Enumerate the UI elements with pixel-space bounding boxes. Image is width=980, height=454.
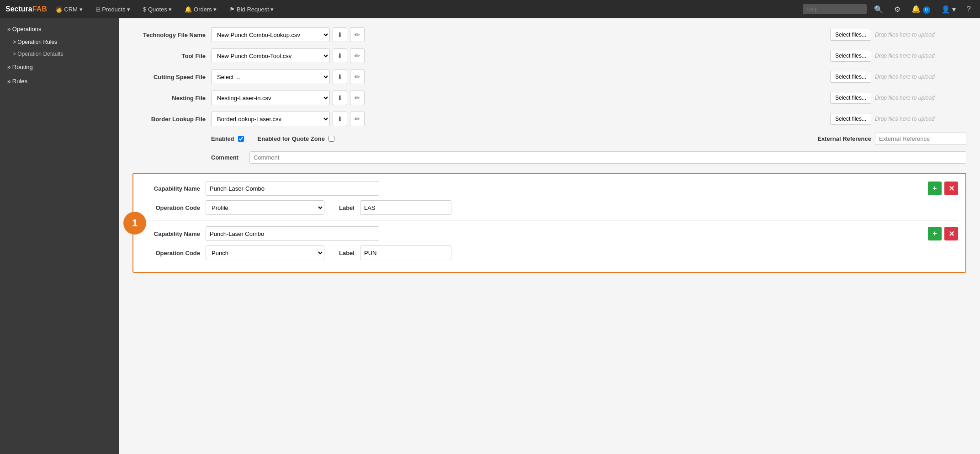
technology-file-upload: Select files... Drop files here to uploa… [830, 29, 966, 41]
cutting-speed-download-btn[interactable]: ⬇ [333, 69, 347, 84]
border-lookup-download-btn[interactable]: ⬇ [333, 112, 347, 126]
nesting-file-drop-zone: Drop files here to upload [875, 95, 966, 101]
technology-file-download-btn[interactable]: ⬇ [333, 27, 347, 42]
cap-2-name-input[interactable] [206, 226, 379, 241]
border-lookup-label: Border Lookup File [132, 116, 206, 123]
cap-1-label-text: Label [339, 204, 355, 211]
settings-icon[interactable]: ⚙ [890, 5, 904, 14]
operations-label: » Operations [7, 26, 41, 32]
main-content: Technology File Name New Punch Combo-Loo… [119, 18, 980, 454]
tool-file-select-files-btn[interactable]: Select files... [830, 50, 871, 62]
tool-file-download-btn[interactable]: ⬇ [333, 48, 347, 63]
external-reference-label: External Reference [817, 135, 871, 142]
cap-1-actions: + ✕ [928, 182, 958, 195]
orders-menu[interactable]: 🔔 Orders ▾ [180, 0, 221, 18]
help-search-input[interactable] [803, 4, 867, 14]
enabled-checkbox[interactable] [238, 136, 244, 142]
brand-fab-logo: FAB [32, 5, 47, 13]
nesting-file-edit-btn[interactable]: ✏ [350, 91, 365, 105]
cap-divider [141, 220, 958, 221]
cutting-speed-upload: Select files... Drop files here to uploa… [830, 71, 966, 83]
cutting-speed-edit-btn[interactable]: ✏ [350, 69, 365, 84]
nesting-file-upload: Select files... Drop files here to uploa… [830, 92, 966, 104]
cap-1-code-select[interactable]: Profile Punch Laser [206, 200, 324, 215]
border-lookup-select-group: BorderLookup-Laser.csv ⬇ ✏ [211, 112, 365, 126]
search-icon[interactable]: 🔍 [870, 5, 887, 14]
quotes-menu[interactable]: $ Quotes ▾ [138, 0, 176, 18]
cap-2-add-btn[interactable]: + [928, 227, 942, 240]
technology-file-edit-btn[interactable]: ✏ [350, 27, 365, 42]
enabled-group: Enabled [211, 135, 244, 142]
capability-section-wrapper: 1 Capability Name + ✕ [132, 173, 966, 273]
nesting-file-download-btn[interactable]: ⬇ [333, 91, 347, 105]
cap-2-code-select[interactable]: Profile Punch Laser [206, 246, 324, 260]
bid-request-menu[interactable]: ⚑ Bid Request ▾ [225, 0, 278, 18]
cap-2-remove-btn[interactable]: ✕ [944, 227, 958, 240]
cutting-speed-label: Cutting Speed File [132, 74, 206, 80]
cap-1-add-btn[interactable]: + [928, 182, 942, 195]
sidebar-item-rules[interactable]: » Rules [0, 74, 119, 88]
annotation-1-bubble: 1 [123, 212, 146, 235]
crm-menu[interactable]: 🧑 CRM ▾ [51, 0, 87, 18]
cap-1-label-input[interactable] [360, 200, 451, 215]
sidebar-item-operation-defaults[interactable]: > Operation Defaults [0, 48, 119, 60]
user-menu-icon[interactable]: 👤 ▾ [938, 5, 959, 14]
cap-2-label-text: Label [339, 250, 355, 256]
comment-row: Comment [132, 151, 966, 164]
technology-file-select-files-btn[interactable]: Select files... [830, 29, 871, 41]
cap-2-name-row: Capability Name + ✕ [141, 226, 958, 241]
sidebar-item-operation-rules[interactable]: > Operation Rules [0, 36, 119, 48]
border-lookup-select-files-btn[interactable]: Select files... [830, 113, 871, 125]
tool-file-upload: Select files... Drop files here to uploa… [830, 50, 966, 62]
cap-1-name-input[interactable] [206, 181, 379, 196]
cap-1-code-label: Operation Code [141, 204, 200, 211]
content-area: Technology File Name New Punch Combo-Loo… [119, 18, 980, 454]
cap-1-code-row: Operation Code Profile Punch Laser Label [141, 200, 958, 215]
nesting-file-row: Nesting File Nesting-Laser-in.csv ⬇ ✏ Se… [132, 91, 966, 105]
tool-file-drop-zone: Drop files here to upload [875, 53, 966, 59]
enabled-row: Enabled Enabled for Quote Zone External … [132, 133, 966, 145]
border-lookup-select[interactable]: BorderLookup-Laser.csv [211, 112, 330, 126]
notification-badge: 0 [923, 6, 930, 14]
external-reference-input[interactable] [875, 133, 966, 145]
technology-file-row: Technology File Name New Punch Combo-Loo… [132, 27, 966, 42]
nesting-file-select-files-btn[interactable]: Select files... [830, 92, 871, 104]
quote-zone-checkbox[interactable] [328, 136, 334, 142]
cap-2-code-label: Operation Code [141, 250, 200, 256]
cutting-speed-select-files-btn[interactable]: Select files... [830, 71, 871, 83]
capability-1: Capability Name + ✕ Operation Code Profi… [141, 181, 958, 215]
comment-input[interactable] [249, 151, 966, 164]
capability-section: Capability Name + ✕ Operation Code Profi… [132, 173, 966, 273]
notifications-icon[interactable]: 🔔 0 [908, 5, 933, 14]
sidebar-item-routing[interactable]: » Routing [0, 60, 119, 74]
border-lookup-edit-btn[interactable]: ✏ [350, 112, 365, 126]
cap-2-code-row: Operation Code Profile Punch Laser Label [141, 246, 958, 260]
cutting-speed-row: Cutting Speed File Select ... ⬇ ✏ Select… [132, 69, 966, 84]
cap-2-label-input[interactable] [360, 246, 451, 260]
border-lookup-drop-zone: Drop files here to upload [875, 116, 966, 122]
help-icon[interactable]: ? [963, 5, 975, 13]
cap-1-name-row: Capability Name + ✕ [141, 181, 958, 196]
tool-file-select-group: New Punch Combo-Tool.csv ⬇ ✏ [211, 48, 365, 63]
products-menu[interactable]: ⊞ Products ▾ [91, 0, 135, 18]
annotation-1-number: 1 [123, 212, 146, 235]
brand-sectura: Sectura [5, 5, 32, 13]
quote-zone-label: Enabled for Quote Zone [258, 135, 325, 142]
brand-logo[interactable]: SecturaFAB [5, 5, 47, 13]
tool-file-row: Tool File New Punch Combo-Tool.csv ⬇ ✏ S… [132, 48, 966, 63]
technology-file-select[interactable]: New Punch Combo-Lookup.csv [211, 27, 330, 42]
nesting-file-select[interactable]: Nesting-Laser-in.csv [211, 91, 330, 105]
sidebar-item-operations[interactable]: » Operations [0, 22, 119, 36]
capability-2: Capability Name + ✕ Operation Code Profi… [141, 226, 958, 260]
cap-1-remove-btn[interactable]: ✕ [944, 182, 958, 195]
external-ref-group: External Reference [817, 133, 966, 145]
nesting-file-label: Nesting File [132, 95, 206, 101]
cutting-speed-select[interactable]: Select ... [211, 69, 330, 84]
border-lookup-row: Border Lookup File BorderLookup-Laser.cs… [132, 112, 966, 126]
tool-file-edit-btn[interactable]: ✏ [350, 48, 365, 63]
tool-file-select[interactable]: New Punch Combo-Tool.csv [211, 48, 330, 63]
nesting-file-select-group: Nesting-Laser-in.csv ⬇ ✏ [211, 91, 365, 105]
cutting-speed-select-group: Select ... ⬇ ✏ [211, 69, 365, 84]
cap-2-name-label: Capability Name [141, 230, 200, 237]
top-nav: SecturaFAB 🧑 CRM ▾ ⊞ Products ▾ $ Quotes… [0, 0, 980, 18]
